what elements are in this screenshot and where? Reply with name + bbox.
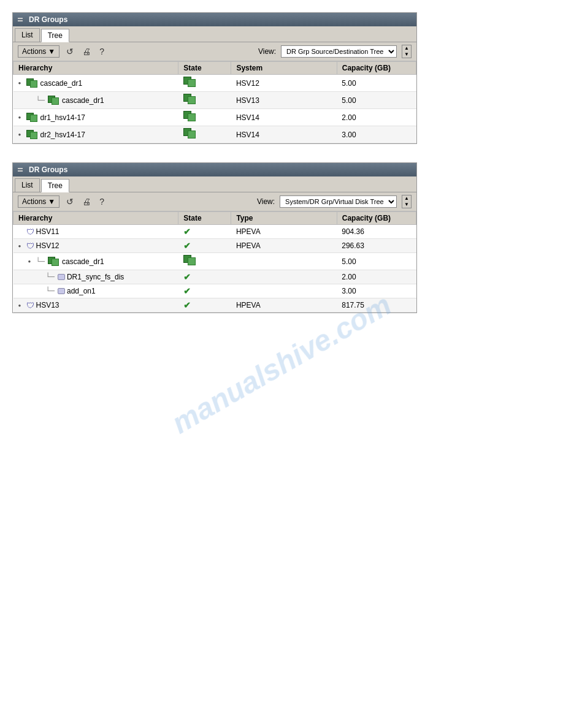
panel1-help-button[interactable]: ? xyxy=(98,46,106,57)
state-cell: ✔ xyxy=(178,225,231,239)
table-row[interactable]: ● dr1_hsv14-17 HSV14 2.00 xyxy=(13,109,416,126)
capacity-cell: 817.75 xyxy=(337,298,416,313)
type-cell: HPEVA xyxy=(231,298,337,313)
expand-icon[interactable]: ● xyxy=(18,303,25,308)
hierarchy-cell: └─ DR1_sync_fs_dis xyxy=(13,270,178,284)
type-cell: HPEVA xyxy=(231,239,337,253)
table-row[interactable]: ● 🛡 HSV12 ✔ HPEVA 296.63 xyxy=(13,239,416,253)
table-row[interactable]: ● cascade_dr1 HSV12 5.00 xyxy=(13,75,416,92)
node-name: DR1_sync_fs_dis xyxy=(67,273,124,281)
state-squares-icon xyxy=(183,255,197,266)
state-squares-icon xyxy=(183,128,197,139)
dr-group-icon xyxy=(26,130,39,140)
hierarchy-cell: ● 🛡 HSV13 xyxy=(13,298,178,313)
table-row[interactable]: ● 🛡 HSV13 ✔ HPEVA 817.75 xyxy=(13,298,416,313)
state-cell xyxy=(178,75,231,92)
panel1-view-dropdown[interactable]: DR Grp Source/Destination Tree xyxy=(281,45,397,58)
panel2-tab-list[interactable]: List xyxy=(15,178,40,192)
dr-group-icon xyxy=(48,96,60,105)
panel1: DR Groups List Tree Actions ▼ ↺ 🖨 ? View… xyxy=(12,12,417,144)
expand-placeholder xyxy=(38,273,44,281)
drag-handle-icon xyxy=(18,18,23,21)
table-row[interactable]: ● └─ cascade_dr1 5.00 xyxy=(13,253,416,270)
panel1-scroll-buttons: ▲ ▼ xyxy=(402,45,412,58)
expand-icon[interactable]: ● xyxy=(18,243,25,249)
system-icon: 🛡 xyxy=(26,227,34,237)
state-cell xyxy=(178,109,231,126)
panel2-print-button[interactable]: 🖨 xyxy=(80,196,93,207)
panel2-scroll-up[interactable]: ▲ xyxy=(402,195,411,202)
expand-icon[interactable]: ● xyxy=(18,132,25,137)
panel1-table-container: Hierarchy State System Capacity (GB) ● c… xyxy=(13,61,416,143)
capacity-cell: 3.00 xyxy=(337,126,416,143)
state-cell: ✔ xyxy=(178,270,231,284)
panel2-tab-bar: List Tree xyxy=(13,176,416,192)
node-name: cascade_dr1 xyxy=(40,79,83,88)
type-cell xyxy=(231,253,337,270)
panel2-table-container: Hierarchy State Type Capacity (GB) 🛡 HSV… xyxy=(13,211,416,313)
capacity-cell: 2.00 xyxy=(337,109,416,126)
state-check-icon: ✔ xyxy=(183,286,191,296)
state-squares-icon xyxy=(183,94,197,105)
table-row[interactable]: └─ cascade_dr1 HSV13 5.00 xyxy=(13,92,416,109)
panel1-toolbar: Actions ▼ ↺ 🖨 ? View: DR Grp Source/Dest… xyxy=(13,42,416,61)
type-cell xyxy=(231,284,337,298)
state-cell: ✔ xyxy=(178,298,231,313)
panel2-col-hierarchy: Hierarchy xyxy=(13,212,178,225)
state-cell xyxy=(178,126,231,143)
panel2-view-select[interactable]: System/DR Grp/Virtual Disk Tree xyxy=(280,195,397,208)
capacity-cell: 904.36 xyxy=(337,225,416,239)
expand-icon[interactable]: ● xyxy=(18,80,25,86)
panel2-scroll-buttons: ▲ ▼ xyxy=(402,195,412,208)
dr-group-icon xyxy=(48,257,60,267)
panel1-col-hierarchy: Hierarchy xyxy=(13,62,178,75)
panel1-table: Hierarchy State System Capacity (GB) ● c… xyxy=(13,61,416,143)
panel2-col-state: State xyxy=(178,212,231,225)
table-row[interactable]: ● dr2_hsv14-17 HSV14 3.00 xyxy=(13,126,416,143)
panel2-title-bar: DR Groups xyxy=(13,163,416,176)
panel1-view-select[interactable]: DR Grp Source/Destination Tree xyxy=(281,45,397,58)
panel2-tab-tree[interactable]: Tree xyxy=(41,179,69,192)
table-row[interactable]: └─ add_on1 ✔ 3.00 xyxy=(13,284,416,298)
node-name: cascade_dr1 xyxy=(62,96,104,105)
panel2-actions-button[interactable]: Actions ▼ xyxy=(18,195,59,208)
state-squares-icon xyxy=(183,77,197,88)
panel1-scroll-up[interactable]: ▲ xyxy=(402,45,411,51)
state-squares-icon xyxy=(183,111,197,122)
panel1-actions-button[interactable]: Actions ▼ xyxy=(18,45,59,58)
panel2-scroll-down[interactable]: ▼ xyxy=(402,202,411,208)
panel1-tab-list[interactable]: List xyxy=(15,28,40,42)
panel2-view-dropdown[interactable]: System/DR Grp/Virtual Disk Tree xyxy=(280,195,397,208)
hierarchy-cell: ● dr1_hsv14-17 xyxy=(13,109,178,126)
node-name: cascade_dr1 xyxy=(62,257,104,266)
expand-placeholder xyxy=(28,96,34,105)
panel1-view-label: View: xyxy=(258,47,276,56)
capacity-cell: 3.00 xyxy=(337,284,416,298)
panel2-table: Hierarchy State Type Capacity (GB) 🛡 HSV… xyxy=(13,211,416,313)
panel1-tab-tree[interactable]: Tree xyxy=(41,29,69,42)
expand-icon[interactable]: ● xyxy=(18,115,25,120)
hierarchy-cell: ● cascade_dr1 xyxy=(13,75,178,92)
capacity-cell: 296.63 xyxy=(337,239,416,253)
state-cell xyxy=(178,92,231,109)
panel1-refresh-button[interactable]: ↺ xyxy=(64,46,75,57)
system-icon: 🛡 xyxy=(26,241,34,251)
hierarchy-cell: ● 🛡 HSV12 xyxy=(13,239,178,253)
table-row[interactable]: 🛡 HSV11 ✔ HPEVA 904.36 xyxy=(13,225,416,239)
panel1-print-button[interactable]: 🖨 xyxy=(80,46,93,57)
panel2-help-button[interactable]: ? xyxy=(98,196,106,207)
panel2-view-label: View: xyxy=(257,197,275,206)
capacity-cell: 5.00 xyxy=(337,92,416,109)
panel1-scroll-down[interactable]: ▼ xyxy=(402,51,411,58)
type-cell xyxy=(231,270,337,284)
system-cell: HSV13 xyxy=(231,92,337,109)
node-name: add_on1 xyxy=(67,287,96,295)
expand-icon[interactable]: ● xyxy=(28,259,34,264)
table-row[interactable]: └─ DR1_sync_fs_dis ✔ 2.00 xyxy=(13,270,416,284)
panel2-table-header: Hierarchy State Type Capacity (GB) xyxy=(13,212,416,225)
panel2-refresh-button[interactable]: ↺ xyxy=(64,196,75,207)
panel1-col-system: System xyxy=(231,62,337,75)
hierarchy-cell: └─ cascade_dr1 xyxy=(13,92,178,109)
type-cell: HPEVA xyxy=(231,225,337,239)
expand-placeholder xyxy=(18,227,25,236)
